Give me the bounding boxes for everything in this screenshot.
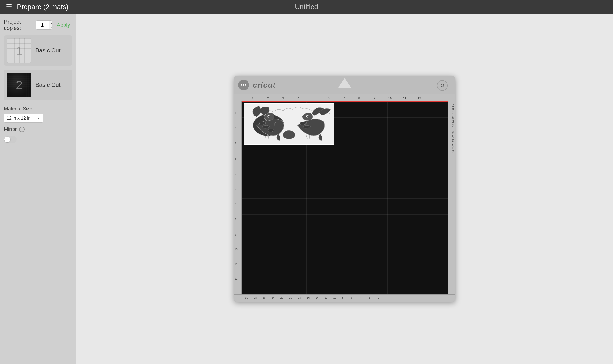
design-svg — [244, 104, 334, 144]
ruler-left-3: 3 — [235, 142, 236, 145]
material-size-section: Material Size 12 in x 12 in ▼ — [4, 104, 72, 123]
svg-point-6 — [283, 130, 295, 139]
ruler-left-5: 5 — [235, 172, 236, 175]
ruler-bottom-labels: 30 28 26 24 22 20 18 16 14 12 10 8 6 4 2… — [234, 295, 455, 302]
ruler-bottom: 30 28 26 24 22 20 18 16 14 12 10 8 6 4 2… — [234, 294, 455, 302]
mat-grid — [242, 101, 448, 294]
ruler-top-2: 2 — [267, 96, 269, 100]
mirror-toggle[interactable] — [4, 136, 17, 143]
ruler-bottom-16: 16 — [307, 296, 310, 299]
ruler-bottom-8: 8 — [342, 296, 344, 299]
ruler-top-7: 7 — [343, 96, 345, 100]
ruler-bottom-18: 18 — [298, 296, 301, 299]
ruler-bottom-12: 12 — [324, 296, 327, 299]
toggle-knob — [4, 137, 10, 143]
ruler-left-4: 4 — [235, 157, 236, 160]
ruler-left: 1 2 3 4 5 6 7 8 9 10 11 12 — [234, 101, 242, 294]
design-area[interactable] — [244, 103, 334, 145]
ruler-top-5: 5 — [313, 96, 314, 100]
right-content: ••• cricut ↻ 1 2 3 4 5 6 7 — [76, 14, 613, 364]
copies-increment-button[interactable]: ▲ — [49, 21, 52, 25]
svg-point-3 — [268, 116, 270, 117]
ruler-left-7: 7 — [235, 203, 236, 206]
mirror-row: Mirror i — [4, 127, 72, 132]
ruler-top: 1 2 3 4 5 6 7 8 9 10 11 12 — [234, 94, 455, 101]
ruler-left-10: 10 — [235, 248, 238, 251]
ruler-top-ticks: 1 2 3 4 5 6 7 8 9 10 11 12 — [242, 94, 455, 101]
canvas-body: 1 2 3 4 5 6 7 8 9 10 11 12 — [234, 101, 455, 294]
ruler-bottom-28: 28 — [254, 296, 257, 299]
mirror-label: Mirror — [4, 127, 17, 132]
mat-item-1[interactable]: 1 Basic Cut — [4, 35, 72, 66]
ruler-top-3: 3 — [282, 96, 284, 100]
material-size-value: 12 in x 12 in — [7, 116, 35, 121]
mat-item-2[interactable]: 2 Basic Cut — [4, 70, 72, 100]
project-copies-row: Project copies: ▲ ▼ Apply — [4, 19, 72, 31]
ruler-top-9: 9 — [373, 96, 375, 100]
copies-decrement-button[interactable]: ▼ — [49, 25, 52, 29]
mat-number-2: 2 — [16, 78, 23, 92]
copies-spinners: ▲ ▼ — [49, 21, 52, 29]
top-bar: ☰ Prepare (2 mats) Untitled — [0, 0, 613, 14]
mat-label-1: Basic Cut — [35, 47, 61, 54]
ruler-bottom-30: 30 — [245, 296, 248, 299]
ruler-bottom-26: 26 — [263, 296, 266, 299]
cricut-logo: cricut — [253, 81, 276, 89]
canvas-header: ••• cricut ↻ — [234, 76, 455, 94]
ruler-top-6: 6 — [328, 96, 330, 100]
ruler-bottom-22: 22 — [280, 296, 283, 299]
mat-arrow-indicator — [338, 78, 351, 88]
material-size-label: Material Size — [4, 106, 72, 112]
mat-thumbnail-1: 1 — [7, 38, 31, 63]
menu-dots-button[interactable]: ••• — [238, 80, 249, 91]
ruler-bottom-1: 1 — [377, 296, 379, 299]
hamburger-icon[interactable]: ☰ — [6, 3, 12, 11]
svg-point-5 — [307, 116, 308, 117]
ruler-top-12: 12 — [418, 96, 421, 100]
left-panel: Project copies: ▲ ▼ Apply 1 Basic Cut — [0, 14, 76, 364]
copies-input[interactable] — [36, 21, 49, 29]
mirror-info-icon[interactable]: i — [19, 127, 25, 132]
ruler-top-10: 10 — [388, 96, 392, 100]
ruler-top-1: 1 — [252, 96, 254, 100]
page-title: Prepare (2 mats) — [17, 3, 68, 11]
main-layout: Project copies: ▲ ▼ Apply 1 Basic Cut — [0, 14, 613, 364]
ruler-bottom-24: 24 — [272, 296, 275, 299]
material-size-dropdown[interactable]: 12 in x 12 in ▼ — [4, 114, 43, 123]
red-left-border — [242, 101, 242, 294]
ruler-left-6: 6 — [235, 187, 236, 190]
ruler-bottom-6: 6 — [351, 296, 352, 299]
mat-thumbnail-2: 2 — [7, 73, 31, 97]
ruler-bottom-4: 4 — [360, 296, 361, 299]
rotate-button[interactable]: ↻ — [437, 80, 448, 91]
mat-label-2: Basic Cut — [35, 81, 61, 88]
ruler-bottom-10: 10 — [333, 296, 336, 299]
ruler-left-8: 8 — [235, 218, 236, 221]
ruler-left-12: 12 — [235, 277, 238, 280]
ruler-bottom-2: 2 — [369, 296, 370, 299]
ruler-top-4: 4 — [298, 96, 299, 100]
mat-canvas: ••• cricut ↻ 1 2 3 4 5 6 7 — [234, 76, 455, 302]
project-copies-label: Project copies: — [4, 19, 33, 31]
ruler-bottom-14: 14 — [316, 296, 319, 299]
ruler-left-2: 2 — [235, 127, 236, 130]
ruler-left-9: 9 — [235, 233, 236, 236]
project-title: Untitled — [295, 3, 318, 11]
red-top-border — [242, 101, 448, 102]
ruler-left-11: 11 — [235, 262, 238, 265]
ruler-bottom-20: 20 — [289, 296, 292, 299]
chevron-down-icon: ▼ — [37, 117, 40, 120]
mat-number-1: 1 — [16, 44, 23, 57]
ruler-left-1: 1 — [235, 112, 236, 115]
ruler-right-labels: 30 28 26 24 22 20 18 16 14 12 10 8 6 4 2 — [452, 104, 454, 153]
ruler-top-11: 11 — [403, 96, 406, 100]
ruler-right: 30 28 26 24 22 20 18 16 14 12 10 8 6 4 2 — [448, 101, 455, 294]
copies-input-wrap: ▲ ▼ — [36, 20, 52, 30]
ruler-top-8: 8 — [358, 96, 360, 100]
apply-button[interactable]: Apply — [55, 22, 72, 28]
